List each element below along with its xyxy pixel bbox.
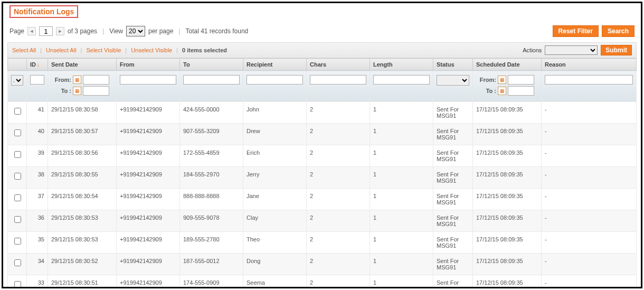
- cell-from: +919942142909: [117, 254, 180, 275]
- cell-from: +919942142909: [117, 167, 180, 189]
- filter-sent-to-input[interactable]: [83, 86, 109, 96]
- cell-reason: -: [542, 232, 637, 254]
- filter-chars-input[interactable]: [310, 75, 366, 85]
- cell-scheduled: 17/12/15 08:09:35: [473, 275, 542, 289]
- cell-chars: 2: [307, 232, 370, 254]
- filter-sched-to-input[interactable]: [508, 86, 534, 96]
- row-checkbox[interactable]: [14, 129, 21, 136]
- table-row[interactable]: 3629/12/15 08:30:53+919942142909909-555-…: [8, 210, 637, 232]
- calendar-icon[interactable]: ▦: [498, 76, 506, 84]
- row-checkbox[interactable]: [14, 108, 21, 115]
- cell-id: 34: [27, 254, 48, 275]
- cell-to: 184-555-2970: [180, 167, 243, 189]
- submit-button[interactable]: Submit: [601, 45, 632, 55]
- cell-length: 1: [370, 167, 433, 189]
- header-id[interactable]: ID↓: [27, 59, 48, 71]
- table-row[interactable]: 3729/12/15 08:30:54+919942142909888-888-…: [8, 189, 637, 210]
- filter-row: Any From: ▦ To : ▦: [8, 71, 637, 102]
- filter-check-select[interactable]: Any: [11, 75, 23, 86]
- cell-scheduled: 17/12/15 08:09:35: [473, 189, 542, 210]
- calendar-icon[interactable]: ▦: [73, 87, 81, 95]
- table-row[interactable]: 3829/12/15 08:30:55+919942142909184-555-…: [8, 167, 637, 189]
- filter-sent-from-input[interactable]: [83, 75, 109, 85]
- selection-bar: Select All | Unselect All | Select Visib…: [7, 42, 637, 58]
- row-checkbox[interactable]: [14, 194, 21, 201]
- actions-select[interactable]: [545, 45, 598, 55]
- row-checkbox[interactable]: [14, 281, 21, 288]
- header-length[interactable]: Length: [370, 59, 433, 71]
- calendar-icon[interactable]: ▦: [498, 87, 506, 95]
- cell-to: 888-888-8888: [180, 189, 243, 210]
- header-chars[interactable]: Chars: [307, 59, 370, 71]
- page-number-input[interactable]: [39, 26, 53, 36]
- cell-length: 1: [370, 254, 433, 275]
- cell-status: Sent For MSG91: [433, 254, 473, 275]
- sort-desc-icon: ↓: [37, 62, 40, 68]
- cell-reason: -: [542, 124, 637, 145]
- filter-to-input[interactable]: [183, 75, 240, 85]
- filter-status-select[interactable]: [437, 75, 469, 86]
- next-page-button[interactable]: ►: [56, 27, 64, 35]
- cell-id: 35: [27, 232, 48, 254]
- row-checkbox[interactable]: [14, 173, 21, 180]
- table-row[interactable]: 3329/12/15 08:30:51+919942142909174-555-…: [8, 275, 637, 289]
- cell-to: 172-555-4859: [180, 145, 243, 167]
- calendar-icon[interactable]: ▦: [73, 76, 81, 84]
- cell-to: 907-555-3209: [180, 124, 243, 145]
- cell-scheduled: 17/12/15 08:09:35: [473, 232, 542, 254]
- cell-status: Sent For MSG91: [433, 124, 473, 145]
- per-page-select[interactable]: 20: [126, 26, 145, 36]
- select-all-link[interactable]: Select All: [12, 47, 36, 53]
- header-sent-date[interactable]: Sent Date: [48, 59, 117, 71]
- row-checkbox[interactable]: [14, 259, 21, 266]
- filter-length-input[interactable]: [373, 75, 430, 85]
- actions-label: Actions: [523, 47, 542, 53]
- cell-length: 1: [370, 210, 433, 232]
- cell-status: Sent For MSG91: [433, 145, 473, 167]
- table-row[interactable]: 3529/12/15 08:30:53+919942142909189-555-…: [8, 232, 637, 254]
- header-to[interactable]: To: [180, 59, 243, 71]
- cell-chars: 2: [307, 145, 370, 167]
- cell-reason: -: [542, 145, 637, 167]
- table-row[interactable]: 3929/12/15 08:30:56+919942142909172-555-…: [8, 145, 637, 167]
- header-status[interactable]: Status: [433, 59, 473, 71]
- unselect-visible-link[interactable]: Unselect Visible: [131, 47, 172, 53]
- cell-to: 187-555-0012: [180, 254, 243, 275]
- row-checkbox[interactable]: [14, 216, 21, 223]
- header-recipient[interactable]: Recipient: [243, 59, 307, 71]
- filter-recipient-input[interactable]: [247, 75, 303, 85]
- cell-reason: -: [542, 167, 637, 189]
- cell-to: 424-555-0000: [180, 102, 243, 124]
- cell-reason: -: [542, 102, 637, 124]
- prev-page-button[interactable]: ◄: [27, 27, 36, 35]
- cell-from: +919942142909: [117, 145, 180, 167]
- cell-length: 1: [370, 232, 433, 254]
- filter-from-input[interactable]: [120, 75, 176, 85]
- header-checkbox[interactable]: [8, 59, 27, 71]
- cell-id: 33: [27, 275, 48, 289]
- cell-recipient: Clay: [243, 210, 307, 232]
- select-visible-link[interactable]: Select Visible: [86, 47, 121, 53]
- header-from[interactable]: From: [117, 59, 180, 71]
- cell-sent-date: 29/12/15 08:30:51: [48, 275, 117, 289]
- table-row[interactable]: 4129/12/15 08:30:58+919942142909424-555-…: [8, 102, 637, 124]
- cell-chars: 2: [307, 102, 370, 124]
- reset-filter-button[interactable]: Reset Filter: [553, 25, 599, 37]
- header-reason[interactable]: Reason: [542, 59, 637, 71]
- filter-sched-from-input[interactable]: [508, 75, 534, 85]
- search-button[interactable]: Search: [602, 25, 634, 37]
- cell-recipient: Erich: [243, 145, 307, 167]
- cell-reason: -: [542, 210, 637, 232]
- table-row[interactable]: 4029/12/15 08:30:57+919942142909907-555-…: [8, 124, 637, 145]
- row-checkbox[interactable]: [14, 238, 21, 245]
- cell-recipient: Jane: [243, 189, 307, 210]
- row-checkbox[interactable]: [14, 151, 21, 158]
- per-page-suffix: per page: [148, 27, 173, 35]
- filter-id-input[interactable]: [30, 75, 44, 85]
- cell-scheduled: 17/12/15 08:09:35: [473, 210, 542, 232]
- header-scheduled-date[interactable]: Scheduled Date: [473, 59, 542, 71]
- table-row[interactable]: 3429/12/15 08:30:52+919942142909187-555-…: [8, 254, 637, 275]
- cell-status: Sent For MSG91: [433, 189, 473, 210]
- filter-reason-input[interactable]: [545, 75, 633, 85]
- unselect-all-link[interactable]: Unselect All: [46, 47, 76, 53]
